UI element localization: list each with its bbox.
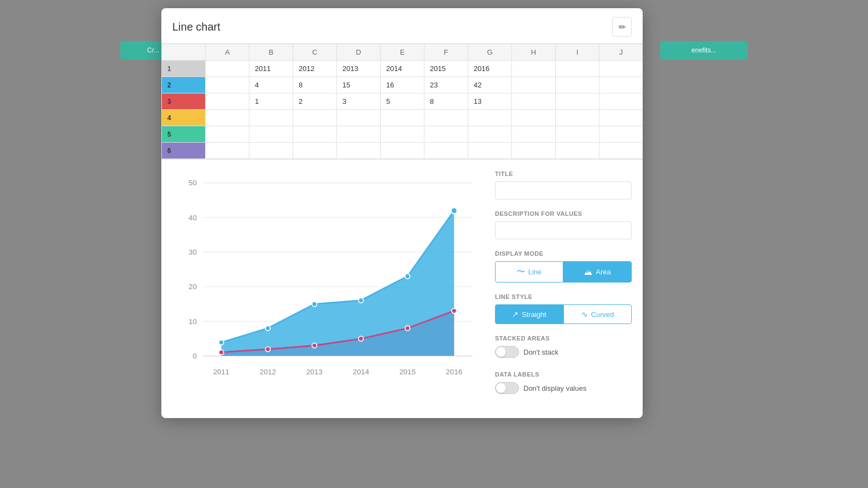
stacked-areas-toggle[interactable]: Don't stack [495,346,558,358]
cell-4g[interactable] [468,110,512,126]
cell-2j[interactable] [599,77,643,93]
cell-3b[interactable]: 1 [249,93,293,110]
curved-button[interactable]: ∿ Curved [563,304,632,324]
row-num-2: 2 [162,77,206,93]
svg-text:2011: 2011 [213,368,230,376]
col-header-i: I [556,44,599,61]
cell-6j[interactable] [599,143,643,159]
cell-5f[interactable] [424,126,468,143]
cell-4i[interactable] [556,110,599,126]
cell-1a[interactable] [206,61,249,77]
desc-input[interactable] [495,221,632,239]
table-row: 6 [162,143,643,159]
curved-line-icon: ∿ [581,310,588,319]
cell-4c[interactable] [293,110,337,126]
cell-1d[interactable]: 2013 [337,61,381,77]
cell-5e[interactable] [381,126,424,143]
cell-4j[interactable] [599,110,643,126]
cell-2g[interactable]: 42 [468,77,512,93]
cell-5b[interactable] [249,126,293,143]
line-mode-label: Line [528,268,542,276]
cell-2a[interactable] [206,77,249,93]
cell-5d[interactable] [337,126,381,143]
cell-6a[interactable] [206,143,249,159]
cell-2d[interactable]: 15 [337,77,381,93]
series1-area [222,211,455,356]
svg-text:40: 40 [189,213,197,221]
edit-button[interactable]: ✏ [612,17,632,37]
cell-6h[interactable] [512,143,556,159]
cell-2c[interactable]: 8 [293,77,337,93]
col-header-e: E [381,44,424,61]
svg-text:20: 20 [189,283,197,291]
stacked-areas-toggle-label: Don't stack [523,348,558,356]
cell-5c[interactable] [293,126,337,143]
cell-3e[interactable]: 5 [381,93,424,110]
cell-2f[interactable]: 23 [424,77,468,93]
cell-2i[interactable] [556,77,599,93]
cell-3f[interactable]: 8 [424,93,468,110]
cell-5j[interactable] [599,126,643,143]
cell-6e[interactable] [381,143,424,159]
cell-1j[interactable] [599,61,643,77]
straight-button[interactable]: ↗ Straight [495,304,563,324]
area-mode-button[interactable]: ⛰ Area [563,261,632,283]
cell-5h[interactable] [512,126,556,143]
cell-1e[interactable]: 2014 [381,61,424,77]
cell-2h[interactable] [512,77,556,93]
area-chart-icon: ⛰ [584,267,592,277]
data-labels-toggle-label: Don't display values [523,384,586,392]
cell-6c[interactable] [293,143,337,159]
cell-2e[interactable]: 16 [381,77,424,93]
cell-3i[interactable] [556,93,599,110]
line-mode-button[interactable]: 〜 Line [495,261,563,283]
cell-1i[interactable] [556,61,599,77]
s1-dot-5 [405,274,410,279]
cell-6d[interactable] [337,143,381,159]
s2-dot-6 [452,308,457,313]
cell-6g[interactable] [468,143,512,159]
svg-text:30: 30 [189,248,197,256]
cell-5a[interactable] [206,126,249,143]
cell-4h[interactable] [512,110,556,126]
s1-dot-3 [312,302,317,307]
cell-3h[interactable] [512,93,556,110]
cell-3g[interactable]: 13 [468,93,512,110]
spreadsheet-container: A B C D E F G H I J 1 2011 2012 [161,44,643,160]
cell-3d[interactable]: 3 [337,93,381,110]
cell-1f[interactable]: 2015 [424,61,468,77]
cell-1h[interactable] [512,61,556,77]
line-style-buttons: ↗ Straight ∿ Curved [495,304,632,324]
cell-6f[interactable] [424,143,468,159]
cell-5i[interactable] [556,126,599,143]
row-num-5: 5 [162,126,206,143]
svg-text:2014: 2014 [353,368,369,376]
cell-1g[interactable]: 2016 [468,61,512,77]
table-row: 1 2011 2012 2013 2014 2015 2016 [162,61,643,77]
cell-6b[interactable] [249,143,293,159]
cell-4a[interactable] [206,110,249,126]
col-header-b: B [249,44,293,61]
data-labels-group: DATA LABELS Don't display values [495,371,632,396]
cell-4f[interactable] [424,110,468,126]
svg-text:2016: 2016 [446,368,462,376]
s2-dot-5 [405,326,410,331]
title-input[interactable] [495,181,632,199]
settings-panel: TITLE DESCRIPTION FOR VALUES DISPLAY MOD… [490,160,643,418]
cell-5g[interactable] [468,126,512,143]
cell-1c[interactable]: 2012 [293,61,337,77]
svg-text:2012: 2012 [260,368,276,376]
cell-2b[interactable]: 4 [249,77,293,93]
cell-6i[interactable] [556,143,599,159]
modal-header: Line chart ✏ [161,8,643,44]
cell-4b[interactable] [249,110,293,126]
cell-1b[interactable]: 2011 [249,61,293,77]
cell-3a[interactable] [206,93,249,110]
data-labels-toggle[interactable]: Don't display values [495,382,586,394]
cell-4e[interactable] [381,110,424,126]
cell-3c[interactable]: 2 [293,93,337,110]
cell-4d[interactable] [337,110,381,126]
data-table: A B C D E F G H I J 1 2011 2012 [161,44,643,159]
table-row: 3 1 2 3 5 8 13 [162,93,643,110]
cell-3j[interactable] [599,93,643,110]
